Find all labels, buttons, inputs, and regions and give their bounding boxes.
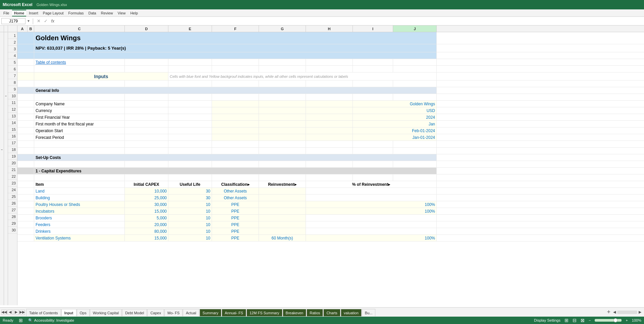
group-collapse-btn2[interactable]: − [4,93,8,99]
capex-reinvest-val[interactable] [259,195,306,201]
name-box-dropdown[interactable]: ▼ [27,19,30,23]
capex-initial-val[interactable]: 25,000 [125,195,168,201]
capex-pct-val[interactable]: 100% [306,201,437,208]
cell-empty [353,80,393,87]
capex-pct-val[interactable]: 100% [306,235,437,241]
capex-reinvest-val[interactable] [259,208,306,214]
capex-item[interactable]: Drinkers [34,228,125,234]
capex-initial-val[interactable]: 15,000 [125,235,168,241]
ribbon-tab-file[interactable]: File [1,10,11,16]
cell-empty [212,148,259,154]
capex-initial-val[interactable]: 10,000 [125,188,168,194]
cancel-formula-icon[interactable]: ✕ [36,18,42,23]
capex-initial-val[interactable]: 80,000 [125,228,168,234]
capex-pct-val[interactable] [306,215,437,221]
capex-pct-val[interactable]: 100% [306,208,437,214]
gen-info-value[interactable]: Jan [353,121,437,127]
gen-info-value[interactable]: Feb-01-2024 [353,127,437,134]
capex-pct-val[interactable] [306,228,437,234]
col-header-c[interactable]: C [34,25,125,32]
group-col-2 [4,25,8,32]
group-collapse-btn[interactable]: − [0,146,4,153]
capex-life-val[interactable]: 10 [168,221,212,228]
capex-life-val[interactable]: 10 [168,201,212,208]
table-row [17,161,644,168]
formula-input[interactable] [57,19,643,23]
capex-item[interactable]: Building [34,195,125,201]
capex-life-val[interactable]: 10 [168,208,212,214]
capex-initial-val[interactable]: 30,000 [125,201,168,208]
cell-empty [212,141,259,147]
capex-initial-val[interactable]: 20,000 [125,221,168,228]
col-header-d[interactable]: D [125,25,168,32]
gen-info-label: First month of the first fiscal year [34,121,125,127]
capex-life-val[interactable]: 10 [168,228,212,234]
capex-initial-val[interactable]: 5,000 [125,215,168,221]
ribbon-tab-review[interactable]: Review [99,10,115,16]
capex-life-val[interactable]: 10 [168,235,212,241]
cell-empty [393,66,437,72]
col-header-h[interactable]: H [306,25,353,32]
col-header-i[interactable]: I [353,25,393,32]
capex-class-val[interactable]: PPE [212,201,259,208]
capex-initial-val[interactable]: 15,000 [125,208,168,214]
col-header-f[interactable]: F [212,25,259,32]
table-row: Feeders20,00010PPE [17,221,644,228]
cell-empty [34,174,125,181]
capex-class-val[interactable]: PPE [212,215,259,221]
confirm-formula-icon[interactable]: ✓ [43,18,49,23]
capex-reinvest-val[interactable] [259,228,306,234]
cell [259,127,306,134]
capex-class-val[interactable]: PPE [212,221,259,228]
table-row: Drinkers80,00010PPE [17,228,644,235]
name-box[interactable] [1,18,25,24]
capex-class-val[interactable]: Other Assets [212,195,259,201]
capex-item[interactable]: Ventilation Systems [34,235,125,241]
capex-pct-val[interactable] [306,188,437,194]
capex-reinvest-val[interactable] [259,201,306,208]
capex-class-val[interactable]: PPE [212,228,259,234]
cell-empty [393,148,437,154]
ribbon-tab-formulas[interactable]: Formulas [66,10,86,16]
capex-reinvest-val[interactable]: 60 Month(s) [259,235,306,241]
ribbon-tab-data[interactable]: Data [86,10,98,16]
col-header-b[interactable]: B [28,25,34,32]
capex-class-val[interactable]: PPE [212,208,259,214]
ribbon-tab-page-layout[interactable]: Page Layout [41,10,66,16]
capex-life-val[interactable]: 10 [168,215,212,221]
capex-pct-val[interactable] [306,221,437,228]
capex-life-val[interactable]: 30 [168,188,212,194]
capex-item[interactable]: Brooders [34,215,125,221]
cell-empty [353,66,393,72]
gen-info-value[interactable]: Golden Wings [353,101,437,107]
ribbon-tab-insert[interactable]: Insert [27,10,40,16]
col-header-g[interactable]: G [259,25,306,32]
ribbon-tab-home[interactable]: Home [12,10,26,16]
gen-info-value[interactable]: USD [353,107,437,114]
capex-reinvest-val[interactable] [259,215,306,221]
capex-class-val[interactable]: Other Assets [212,188,259,194]
capex-item[interactable]: Feeders [34,221,125,228]
col-header-a[interactable]: A [17,25,28,32]
insert-function-icon[interactable]: fx [50,19,56,23]
cell [259,101,306,107]
capex-item[interactable]: Incubators [34,208,125,214]
gen-info-value[interactable]: 2024 [353,114,437,120]
capex-pct-val[interactable] [306,195,437,201]
col-header-j[interactable]: J [393,25,437,32]
cell-empty [125,161,168,167]
capex-reinvest-val[interactable] [259,221,306,228]
capex-col-item: Item [34,181,125,187]
col-header-e[interactable]: E [168,25,212,32]
ribbon-tab-help[interactable]: Help [128,10,140,16]
capex-item[interactable]: Land [34,188,125,194]
capex-class-val[interactable]: PPE [212,235,259,241]
cell-empty [17,161,34,167]
capex-life-val[interactable]: 30 [168,195,212,201]
cell-empty [212,94,259,100]
gen-info-value[interactable]: Jan-01-2024 [353,134,437,141]
capex-reinvest-val[interactable] [259,188,306,194]
capex-item[interactable]: Poultry Houses or Sheds [34,201,125,208]
ribbon-tab-view[interactable]: View [116,10,128,16]
toc-link[interactable]: Table of contents [34,59,125,65]
